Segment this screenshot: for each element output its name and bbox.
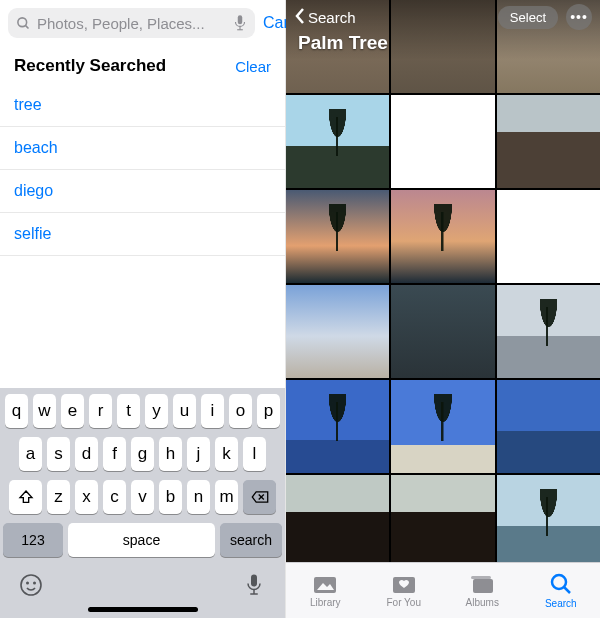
key-f[interactable]: f (103, 437, 126, 471)
tab-label: Search (545, 598, 577, 609)
photo-thumbnail[interactable] (391, 285, 494, 378)
tab-bar: Library For You Albums Search (286, 562, 600, 618)
numeric-key[interactable]: 123 (3, 523, 63, 557)
emoji-icon[interactable] (17, 571, 45, 599)
photo-thumbnail[interactable] (497, 475, 600, 562)
photo-thumbnail[interactable] (286, 380, 389, 473)
svg-point-18 (552, 575, 566, 589)
svg-line-19 (564, 587, 570, 593)
recent-search-item[interactable]: beach (0, 127, 285, 170)
svg-point-9 (34, 582, 35, 583)
key-p[interactable]: p (257, 394, 280, 428)
search-field[interactable] (8, 8, 255, 38)
svg-rect-16 (473, 579, 493, 593)
key-h[interactable]: h (159, 437, 182, 471)
key-l[interactable]: l (243, 437, 266, 471)
search-icon (549, 572, 573, 596)
key-c[interactable]: c (103, 480, 126, 514)
tab-library[interactable]: Library (286, 563, 365, 618)
key-e[interactable]: e (61, 394, 84, 428)
svg-point-7 (21, 575, 41, 595)
key-y[interactable]: y (145, 394, 168, 428)
for-you-icon (391, 573, 417, 595)
search-icon (16, 16, 31, 31)
key-n[interactable]: n (187, 480, 210, 514)
recently-searched-title: Recently Searched (14, 56, 166, 76)
tab-albums[interactable]: Albums (443, 563, 522, 618)
photo-thumbnail[interactable] (497, 380, 600, 473)
recent-search-item[interactable]: diego (0, 170, 285, 213)
space-key[interactable]: space (68, 523, 215, 557)
key-j[interactable]: j (187, 437, 210, 471)
svg-rect-2 (238, 15, 243, 24)
tab-label: For You (387, 597, 421, 608)
tab-search[interactable]: Search (522, 563, 601, 618)
key-d[interactable]: d (75, 437, 98, 471)
delete-key[interactable] (243, 480, 276, 514)
photo-thumbnail[interactable] (497, 285, 600, 378)
photo-grid (286, 0, 600, 562)
photo-thumbnail[interactable] (286, 190, 389, 283)
key-m[interactable]: m (215, 480, 238, 514)
left-phone-search-ui: Cancel Recently Searched Clear tree beac… (0, 0, 286, 618)
photo-thumbnail[interactable] (391, 190, 494, 283)
photo-thumbnail[interactable] (391, 475, 494, 562)
results-title: Palm Tree (294, 32, 592, 54)
tab-for-you[interactable]: For You (365, 563, 444, 618)
key-b[interactable]: b (159, 480, 182, 514)
recent-search-item[interactable]: selfie (0, 213, 285, 256)
key-z[interactable]: z (47, 480, 70, 514)
key-u[interactable]: u (173, 394, 196, 428)
shift-key[interactable] (9, 480, 42, 514)
key-r[interactable]: r (89, 394, 112, 428)
ellipsis-icon: ••• (570, 9, 588, 25)
search-bar: Cancel (0, 0, 285, 46)
key-g[interactable]: g (131, 437, 154, 471)
chevron-left-icon (294, 7, 306, 28)
svg-rect-17 (471, 576, 491, 579)
svg-line-1 (25, 25, 28, 28)
albums-icon (469, 573, 495, 595)
key-t[interactable]: t (117, 394, 140, 428)
tab-label: Library (310, 597, 341, 608)
key-v[interactable]: v (131, 480, 154, 514)
recent-search-item[interactable]: tree (0, 84, 285, 127)
more-button[interactable]: ••• (566, 4, 592, 30)
photo-thumbnail[interactable] (286, 95, 389, 188)
key-w[interactable]: w (33, 394, 56, 428)
photo-thumbnail[interactable] (497, 190, 600, 283)
results-header: Search Select ••• Palm Tree (286, 4, 600, 54)
key-q[interactable]: q (5, 394, 28, 428)
key-o[interactable]: o (229, 394, 252, 428)
svg-point-8 (27, 582, 28, 583)
select-button[interactable]: Select (498, 6, 558, 29)
search-input[interactable] (37, 15, 227, 32)
tab-label: Albums (466, 597, 499, 608)
photo-thumbnail[interactable] (497, 95, 600, 188)
keyboard-dictation-icon[interactable] (240, 571, 268, 599)
svg-point-0 (18, 17, 27, 26)
photo-thumbnail[interactable] (286, 285, 389, 378)
back-label: Search (308, 9, 356, 26)
recently-searched-header: Recently Searched Clear (0, 46, 285, 84)
key-k[interactable]: k (215, 437, 238, 471)
recent-search-list: tree beach diego selfie (0, 84, 285, 256)
svg-rect-10 (251, 575, 257, 587)
home-indicator[interactable] (88, 607, 198, 612)
back-button[interactable]: Search (294, 7, 356, 28)
photo-thumbnail[interactable] (391, 95, 494, 188)
key-a[interactable]: a (19, 437, 42, 471)
search-key[interactable]: search (220, 523, 282, 557)
clear-button[interactable]: Clear (235, 58, 271, 75)
key-s[interactable]: s (47, 437, 70, 471)
dictation-icon[interactable] (233, 14, 247, 32)
onscreen-keyboard: q w e r t y u i o p a s d f g h j k l (0, 388, 285, 618)
key-x[interactable]: x (75, 480, 98, 514)
photo-thumbnail[interactable] (391, 380, 494, 473)
photo-thumbnail[interactable] (286, 475, 389, 562)
key-i[interactable]: i (201, 394, 224, 428)
library-icon (312, 573, 338, 595)
right-phone-results-ui: Search Select ••• Palm Tree (286, 0, 600, 618)
